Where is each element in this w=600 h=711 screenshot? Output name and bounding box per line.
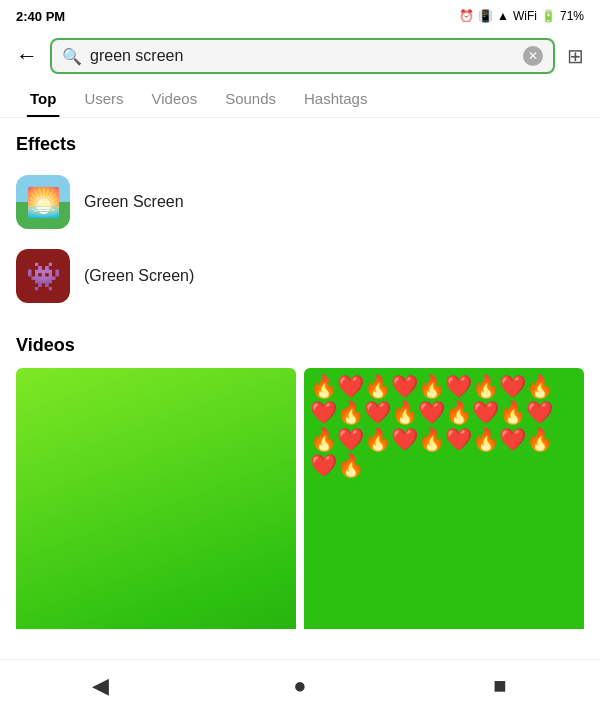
effect-label-gs2: (Green Screen) <box>84 267 194 285</box>
video-thumb-2: 🔥❤️🔥❤️🔥❤️🔥❤️🔥❤️🔥❤️🔥❤️🔥❤️🔥❤️🔥❤️🔥❤️🔥❤️🔥❤️🔥… <box>304 368 584 629</box>
tab-bar: Top Users Videos Sounds Hashtags <box>0 80 600 118</box>
filter-button[interactable]: ⊞ <box>563 40 588 72</box>
effect-item-greenscreen[interactable]: Green Screen <box>16 167 584 237</box>
effect-label-gs1: Green Screen <box>84 193 184 211</box>
effects-list: Green Screen (Green Screen) <box>16 167 584 311</box>
emoji-overlay-2: 🔥❤️🔥❤️🔥❤️🔥❤️🔥❤️🔥❤️🔥❤️🔥❤️🔥❤️🔥❤️🔥❤️🔥❤️🔥❤️🔥… <box>304 368 584 629</box>
videos-section-title: Videos <box>16 335 584 356</box>
bottom-nav: ◀ ● ■ <box>0 659 600 711</box>
search-box[interactable]: 🔍 green screen ✕ <box>50 38 555 74</box>
effect-icon-gs1 <box>16 175 70 229</box>
tab-hashtags[interactable]: Hashtags <box>290 80 381 117</box>
clear-icon: ✕ <box>528 49 538 63</box>
battery-pct: 71% <box>560 9 584 23</box>
effect-icon-gs2 <box>16 249 70 303</box>
tab-users[interactable]: Users <box>70 80 137 117</box>
video-thumb-bg-1 <box>16 368 296 629</box>
nav-home-button[interactable]: ● <box>278 664 322 708</box>
search-clear-button[interactable]: ✕ <box>523 46 543 66</box>
tab-sounds[interactable]: Sounds <box>211 80 290 117</box>
main-content: Effects Green Screen (Green Screen) Vide… <box>0 118 600 629</box>
wifi-icon: WiFi <box>513 9 537 23</box>
tab-videos[interactable]: Videos <box>138 80 212 117</box>
video-card-2[interactable]: 🔥❤️🔥❤️🔥❤️🔥❤️🔥❤️🔥❤️🔥❤️🔥❤️🔥❤️🔥❤️🔥❤️🔥❤️🔥❤️🔥… <box>304 368 584 629</box>
status-icons: ⏰ 📳 ▲ WiFi 🔋 71% <box>459 9 584 23</box>
status-time: 2:40 PM <box>16 9 65 24</box>
filter-icon: ⊞ <box>567 45 584 67</box>
videos-grid: 03-21 Reply to @jisoo_soyaa_fanpage GREE… <box>16 368 584 629</box>
search-input[interactable]: green screen <box>90 47 515 65</box>
alarm-icon: ⏰ <box>459 9 474 23</box>
back-button[interactable]: ← <box>12 39 42 73</box>
tab-top[interactable]: Top <box>16 80 70 117</box>
effect-item-greenscreen2[interactable]: (Green Screen) <box>16 241 584 311</box>
effects-section-title: Effects <box>16 134 584 155</box>
video-card-1[interactable]: 03-21 Reply to @jisoo_soyaa_fanpage GREE… <box>16 368 296 629</box>
battery-icon: 🔋 <box>541 9 556 23</box>
search-row: ← 🔍 green screen ✕ ⊞ <box>0 32 600 80</box>
status-bar: 2:40 PM ⏰ 📳 ▲ WiFi 🔋 71% <box>0 0 600 32</box>
search-icon: 🔍 <box>62 47 82 66</box>
nav-recents-button[interactable]: ■ <box>478 664 522 708</box>
nav-back-button[interactable]: ◀ <box>78 664 122 708</box>
vibrate-icon: 📳 <box>478 9 493 23</box>
video-thumb-1: 03-21 <box>16 368 296 629</box>
signal-icon: ▲ <box>497 9 509 23</box>
video-thumb-bg-2: 🔥❤️🔥❤️🔥❤️🔥❤️🔥❤️🔥❤️🔥❤️🔥❤️🔥❤️🔥❤️🔥❤️🔥❤️🔥❤️🔥… <box>304 368 584 629</box>
